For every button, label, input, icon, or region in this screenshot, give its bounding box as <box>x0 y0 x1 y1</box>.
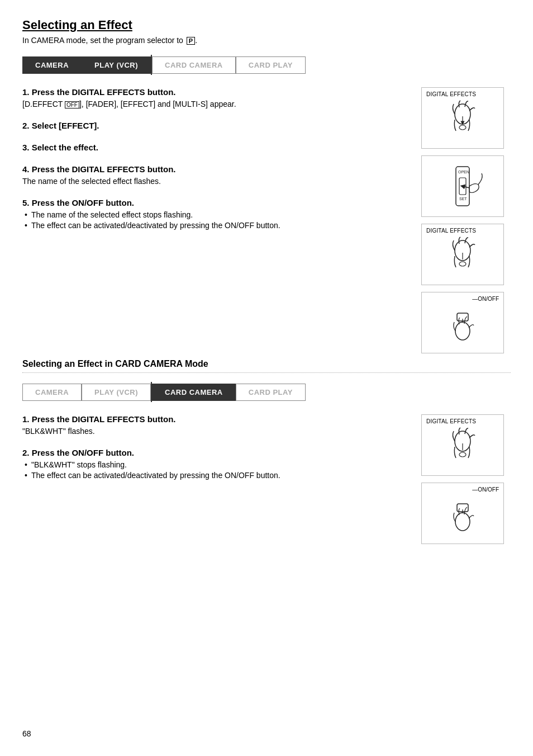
svg-point-15 <box>459 452 466 457</box>
page-title: Selecting an Effect <box>22 18 511 32</box>
section1-illustrations: DIGITAL EFFECTS <box>421 87 511 353</box>
s2-step-1: 1. Press the DIGITAL EFFECTS button. "BL… <box>22 414 410 436</box>
illus-s2-digital-effects: DIGITAL EFFECTS <box>421 414 504 476</box>
intro-text: In CAMERA mode, set the program selector… <box>22 36 511 45</box>
mode-tabs-section2: CAMERA PLAY (VCR) CARD CAMERA CARD PLAY <box>22 382 511 402</box>
tab-play-vcr[interactable]: PLAY (VCR) <box>82 56 151 74</box>
s2-bullet-2: The effect can be activated/deactivated … <box>22 471 410 480</box>
illus-onoff-1: —ON/OFF <box>421 292 504 353</box>
step-5-bullets: The name of the selected effect stops fl… <box>22 210 410 230</box>
svg-text:OPEN: OPEN <box>458 170 469 174</box>
step-4: 4. Press the DIGITAL EFFECTS button. The… <box>22 164 410 186</box>
tab-card-camera[interactable]: CARD CAMERA <box>152 56 236 74</box>
tab2-play-vcr[interactable]: PLAY (VCR) <box>82 384 151 401</box>
s2-step-2: 2. Press the ON/OFF button. "BLK&WHT" st… <box>22 448 410 480</box>
illus-digital-effects-1: DIGITAL EFFECTS <box>421 87 504 149</box>
illus-s2-label-de: DIGITAL EFFECTS <box>426 418 476 424</box>
digital-effects-icon-1 <box>440 98 485 138</box>
section1-content: 1. Press the DIGITAL EFFECTS button. [D.… <box>22 87 511 353</box>
selector-dial-icon: OPEN SET <box>435 161 491 211</box>
step-4-body: The name of the selected effect flashes. <box>22 177 410 186</box>
step-1-body: [D.EFFECT OFF], [FADER], [EFFECT] and [M… <box>22 100 410 108</box>
svg-point-9 <box>459 262 466 266</box>
svg-point-1 <box>459 125 466 130</box>
step-3: 3. Select the effect. <box>22 143 410 152</box>
step-1: 1. Press the DIGITAL EFFECTS button. [D.… <box>22 87 410 108</box>
section1-instructions: 1. Press the DIGITAL EFFECTS button. [D.… <box>22 87 421 353</box>
step-3-title: 3. Select the effect. <box>22 143 410 152</box>
onoff-icon-1 <box>440 303 485 342</box>
svg-point-18 <box>455 513 470 531</box>
illus-s2-label-onoff: —ON/OFF <box>472 486 499 493</box>
step-1-title: 1. Press the DIGITAL EFFECTS button. <box>22 87 410 97</box>
section2-illustrations: DIGITAL EFFECTS —ON/OFF <box>421 414 511 544</box>
svg-text:SET: SET <box>459 197 467 201</box>
s2-onoff-icon <box>440 494 485 533</box>
tab2-card-camera[interactable]: CARD CAMERA <box>152 384 236 401</box>
section2-title: Selecting an Effect in CARD CAMERA Mode <box>22 359 511 373</box>
illus-label-de1: DIGITAL EFFECTS <box>426 91 476 97</box>
step-5-title: 5. Press the ON/OFF button. <box>22 198 410 207</box>
svg-point-12 <box>455 322 470 340</box>
step-2: 2. Select [EFFECT]. <box>22 121 410 130</box>
page-number: 68 <box>22 729 31 738</box>
digital-effects-icon-2 <box>440 235 485 274</box>
step-2-title: 2. Select [EFFECT]. <box>22 121 410 130</box>
step-5: 5. Press the ON/OFF button. The name of … <box>22 198 410 230</box>
tab-card-play[interactable]: CARD PLAY <box>236 56 306 74</box>
illus-s2-onoff: —ON/OFF <box>421 483 504 544</box>
tab-camera[interactable]: CAMERA <box>22 56 82 74</box>
illus-label-onoff1: —ON/OFF <box>472 296 499 302</box>
section2-content: 1. Press the DIGITAL EFFECTS button. "BL… <box>22 414 511 544</box>
illus-selector-dial: OPEN SET <box>421 155 504 217</box>
mode-tabs-section1: CAMERA PLAY (VCR) CARD CAMERA CARD PLAY <box>22 55 511 75</box>
illus-label-de2: DIGITAL EFFECTS <box>426 228 476 234</box>
s2-bullet-1: "BLK&WHT" stops flashing. <box>22 460 410 469</box>
s2-step-1-body: "BLK&WHT" flashes. <box>22 427 410 436</box>
step-4-title: 4. Press the DIGITAL EFFECTS button. <box>22 164 410 174</box>
s2-step-2-bullets: "BLK&WHT" stops flashing. The effect can… <box>22 460 410 480</box>
s2-digital-effects-icon <box>440 426 485 465</box>
section2-instructions: 1. Press the DIGITAL EFFECTS button. "BL… <box>22 414 421 544</box>
section2-wrapper: Selecting an Effect in CARD CAMERA Mode … <box>22 359 511 544</box>
tab2-camera[interactable]: CAMERA <box>22 384 82 401</box>
s2-step-2-title: 2. Press the ON/OFF button. <box>22 448 410 457</box>
step-5-bullet-2: The effect can be activated/deactivated … <box>22 221 410 230</box>
s2-step-1-title: 1. Press the DIGITAL EFFECTS button. <box>22 414 410 424</box>
program-icon: P <box>187 37 195 45</box>
illus-digital-effects-2: DIGITAL EFFECTS <box>421 224 504 285</box>
step-5-bullet-1: The name of the selected effect stops fl… <box>22 210 410 219</box>
tab2-card-play[interactable]: CARD PLAY <box>236 384 306 401</box>
